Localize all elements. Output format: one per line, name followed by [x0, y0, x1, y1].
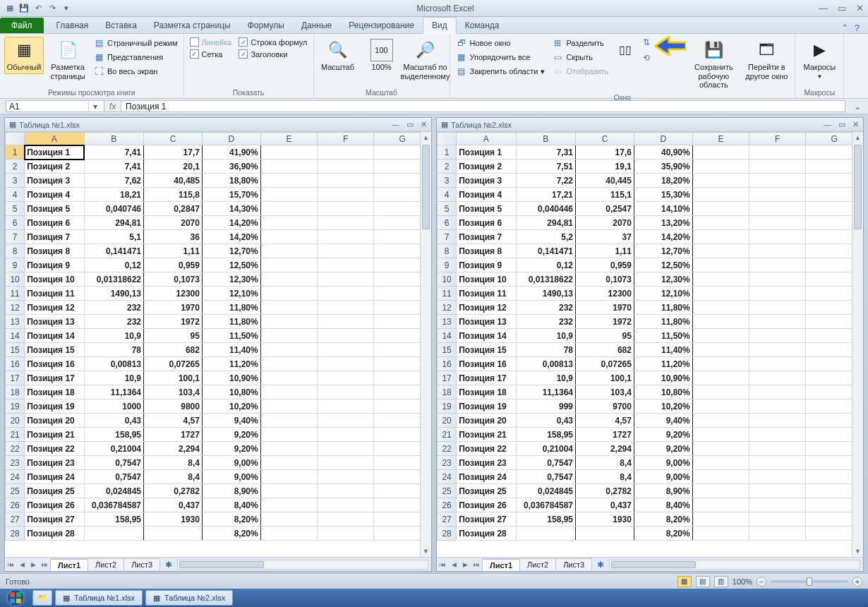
row-header[interactable]: 26 [6, 498, 25, 512]
cell[interactable] [260, 498, 317, 512]
cell[interactable] [318, 470, 374, 484]
cell[interactable]: 20,1 [144, 160, 203, 174]
cell[interactable]: Позиция 1 [457, 145, 516, 160]
cell[interactable]: Позиция 13 [457, 315, 516, 329]
column-header[interactable]: C [576, 133, 634, 145]
row-header[interactable]: 18 [438, 385, 457, 399]
cell[interactable]: 294,81 [84, 216, 144, 230]
cell[interactable] [84, 527, 144, 541]
cell[interactable]: 14,20% [202, 230, 260, 244]
cell[interactable]: 2070 [576, 216, 634, 230]
cell[interactable] [144, 527, 203, 541]
gridlines-checkbox[interactable]: ✓Сетка [188, 49, 234, 59]
cell[interactable]: 0,21004 [84, 442, 144, 456]
cell[interactable]: 9,20% [202, 428, 260, 442]
cell[interactable] [692, 329, 749, 343]
cell[interactable] [260, 414, 317, 428]
first-sheet-icon[interactable]: ⏮ [5, 561, 16, 568]
cell[interactable]: 115,1 [576, 188, 634, 202]
cell[interactable]: 19,1 [576, 160, 634, 174]
cell[interactable]: 12,10% [634, 287, 692, 301]
cell[interactable]: Позиция 15 [25, 343, 84, 357]
cell[interactable] [318, 484, 374, 498]
cell[interactable]: 17,7 [144, 145, 203, 160]
new-window-button[interactable]: 🗗Новое окно [454, 37, 547, 49]
tab-Команда[interactable]: Команда [457, 18, 508, 33]
cell[interactable]: Позиция 2 [25, 160, 84, 174]
next-sheet-icon[interactable]: ▶ [28, 561, 39, 568]
cell[interactable]: 0,7547 [84, 470, 144, 484]
cell[interactable]: Позиция 21 [457, 428, 516, 442]
cell[interactable]: 0,2782 [144, 484, 203, 498]
cell[interactable] [692, 343, 749, 357]
save-workspace-button[interactable]: 💾Сохранить рабочую область [689, 37, 738, 92]
cell[interactable] [692, 145, 749, 160]
cell[interactable]: 14,30% [202, 202, 260, 216]
cell[interactable] [749, 357, 806, 371]
row-header[interactable]: 7 [438, 230, 457, 244]
redo-icon[interactable]: ↷ [47, 3, 58, 14]
column-header[interactable]: E [260, 133, 317, 145]
cell[interactable]: Позиция 11 [25, 287, 84, 301]
cell[interactable]: 13,20% [634, 216, 692, 230]
cell[interactable]: Позиция 3 [457, 174, 516, 188]
select-all-corner[interactable] [6, 133, 25, 145]
cell[interactable] [692, 470, 749, 484]
cell[interactable]: 14,20% [202, 216, 260, 230]
cell[interactable]: Позиция 18 [457, 385, 516, 399]
row-header[interactable]: 28 [438, 527, 457, 541]
cell[interactable]: Позиция 20 [25, 414, 84, 428]
cell[interactable]: 11,1364 [516, 385, 576, 399]
cell[interactable] [749, 145, 806, 160]
scroll-down-icon[interactable]: ▼ [421, 546, 431, 557]
cell[interactable] [318, 174, 374, 188]
cell[interactable] [260, 188, 317, 202]
tab-Вид[interactable]: Вид [423, 17, 457, 34]
row-header[interactable]: 24 [6, 470, 25, 484]
row-header[interactable]: 8 [6, 244, 25, 258]
split-button[interactable]: ⊞Разделить [550, 37, 610, 49]
cell[interactable]: 1972 [576, 315, 634, 329]
cell[interactable]: 11,20% [634, 357, 692, 371]
scrollbar-thumb[interactable] [854, 145, 862, 229]
column-header[interactable]: A [457, 133, 516, 145]
restore-button[interactable]: ▭ [838, 3, 846, 13]
cell[interactable] [749, 258, 806, 272]
row-header[interactable]: 5 [6, 202, 25, 216]
cell[interactable]: 0,00813 [84, 357, 144, 371]
child-window-titlebar[interactable]: ▦Таблица №2.xlsx―▭✕ [437, 118, 863, 132]
cell[interactable]: 10,9 [84, 371, 144, 385]
prev-sheet-icon[interactable]: ◀ [448, 561, 459, 568]
vertical-scrollbar[interactable]: ▲▼ [420, 132, 431, 557]
cell[interactable]: 36 [144, 230, 203, 244]
cell[interactable] [318, 145, 374, 160]
cell[interactable] [692, 357, 749, 371]
cell[interactable] [318, 371, 374, 385]
row-header[interactable]: 21 [6, 428, 25, 442]
cell[interactable] [692, 230, 749, 244]
row-header[interactable]: 24 [438, 470, 457, 484]
cell[interactable]: 7,31 [516, 145, 576, 160]
cell[interactable]: 18,80% [202, 174, 260, 188]
cell[interactable]: Позиция 25 [25, 484, 84, 498]
cell[interactable] [692, 498, 749, 512]
tab-Данные[interactable]: Данные [293, 18, 340, 33]
cell[interactable]: 12,70% [202, 244, 260, 258]
cell[interactable]: 103,4 [144, 385, 203, 399]
cell[interactable] [260, 399, 317, 414]
cell[interactable]: 8,4 [576, 470, 634, 484]
row-header[interactable]: 28 [6, 527, 25, 541]
minimize-ribbon-icon[interactable]: ⌃ [841, 23, 849, 33]
cell[interactable]: 10,20% [202, 399, 260, 414]
cell[interactable]: 9,20% [634, 428, 692, 442]
cell[interactable] [749, 456, 806, 470]
zoom-button[interactable]: 🔍Масштаб [318, 37, 358, 74]
column-header[interactable]: D [202, 133, 260, 145]
cell[interactable]: Позиция 9 [457, 258, 516, 272]
cell[interactable]: 5,2 [516, 230, 576, 244]
cell[interactable] [749, 527, 806, 541]
cell[interactable] [260, 244, 317, 258]
cell[interactable] [318, 385, 374, 399]
close-button[interactable]: ✕ [856, 3, 864, 13]
cell[interactable] [318, 414, 374, 428]
